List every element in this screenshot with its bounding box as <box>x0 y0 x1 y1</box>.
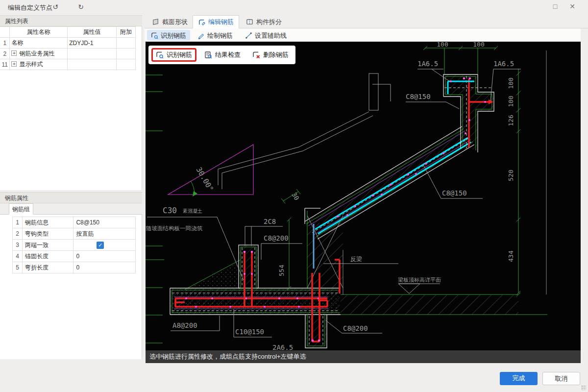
rebar-info-cell[interactable]: C8@150 <box>74 217 136 228</box>
svg-text:520: 520 <box>507 170 514 181</box>
maximize-icon[interactable]: □ <box>549 2 562 10</box>
table-row: 4 锚固长度 0 <box>13 251 136 262</box>
table-row: 2 弯钩类型 按直筋 <box>13 228 136 240</box>
recognize-rebar-icon <box>151 32 158 39</box>
window-title: 编辑自定义节点 <box>8 3 52 12</box>
svg-text:100: 100 <box>507 77 514 89</box>
tab-rebar-group[interactable]: 钢筋组 <box>9 203 33 215</box>
bend-length-cell[interactable]: 0 <box>74 262 136 273</box>
title-bar: 编辑自定义节点 ↺ ↻ □ ✕ <box>0 0 588 15</box>
svg-text:100: 100 <box>507 96 514 107</box>
prop-name-cell[interactable]: 名称 <box>10 38 68 49</box>
property-list-header: 属性列表 <box>0 15 142 26</box>
checkbox-checked[interactable]: ✓ <box>97 242 104 249</box>
label-2a65: 2A6.5 <box>272 343 293 350</box>
table-row: 1 名称 ZDYJD-1 <box>0 38 136 49</box>
result-check-icon <box>204 51 212 59</box>
close-icon[interactable]: ✕ <box>566 2 579 10</box>
delete-rebar-icon <box>252 51 260 59</box>
resize-grip[interactable] <box>581 385 586 390</box>
cad-canvas[interactable]: 识别钢筋 结果检查 删除钢筋 <box>146 42 581 350</box>
col-attr-name: 属性名称 <box>10 27 68 38</box>
label-a8200: A8@200 <box>172 321 197 329</box>
svg-text:554: 554 <box>278 265 285 276</box>
float-result-check-button[interactable]: 结果检查 <box>200 49 245 61</box>
label-elev-note: 梁板顶标高详平面 <box>398 277 441 283</box>
table-row: 1 钢筋信息 C8@150 <box>13 217 136 228</box>
tool-recognize-rebar[interactable]: 识别钢筋 <box>147 30 190 41</box>
ground-hatch <box>341 293 547 315</box>
cancel-button[interactable]: 取消 <box>542 372 580 385</box>
label-c30-note: 素混凝土 <box>183 208 202 214</box>
rebar-table: 1 钢筋信息 C8@150 2 弯钩类型 按直筋 3 两端一致 ✓ 4 锚固长度… <box>12 217 136 273</box>
concrete-wedge <box>185 260 240 290</box>
label-1a65-right: 1A6.5 <box>493 60 514 68</box>
undo-icon[interactable]: ↺ <box>50 3 60 11</box>
table-row: 11 +显示样式 <box>0 59 136 70</box>
expand-icon[interactable]: + <box>11 50 17 56</box>
angle-label: 30.00° <box>195 166 216 193</box>
float-recognize-rebar-button[interactable]: 识别钢筋 <box>151 48 196 62</box>
prop-name-cell[interactable]: +钢筋业务属性 <box>10 49 68 59</box>
svg-text:100: 100 <box>473 42 484 48</box>
svg-text:126: 126 <box>507 115 514 126</box>
rebar-panel-header: 钢筋属性 <box>0 192 142 203</box>
dimension-right: 100 100 126 520 434 <box>507 50 546 295</box>
cad-drawing[interactable]: 30.00° 100 100 100 100 126 520 434 <box>146 42 581 350</box>
svg-text:100: 100 <box>437 42 448 48</box>
label-c8200-right: C8@200 <box>343 324 368 332</box>
aux-line-icon <box>245 32 252 39</box>
component-split-icon <box>246 18 253 25</box>
float-delete-rebar-button[interactable]: 删除钢筋 <box>248 49 293 61</box>
tab-section-shape[interactable]: 截面形状 <box>147 15 193 28</box>
col-attach: 附加 <box>117 27 136 38</box>
label-c8150-mid: C8@150 <box>442 189 467 197</box>
draw-rebar-icon <box>197 32 205 39</box>
parapet-profile-outline <box>218 74 391 189</box>
tab-edit-rebar[interactable]: 编辑钢筋 <box>193 15 239 28</box>
property-table: 属性名称 属性值 附加 1 名称 ZDYJD-1 2 +钢筋业务属性 11 +显… <box>0 26 136 70</box>
status-bar: 选中钢筋进行属性修改，成组点筋支持control+左键单选 <box>146 350 581 363</box>
tool-aux-line[interactable]: 设置辅助线 <box>241 30 291 41</box>
label-c8200-left: C8@200 <box>264 234 289 242</box>
tab-component-split[interactable]: 构件拆分 <box>241 15 287 28</box>
label-slope-note: 随坡面结构板一同浇筑 <box>146 225 203 232</box>
tool-draw-rebar[interactable]: 绘制钢筋 <box>194 30 237 41</box>
label-1a65-left: 1A6.5 <box>417 60 438 68</box>
label-2c8: 2C8 <box>264 218 276 225</box>
dimension-30: 30 <box>281 189 300 203</box>
table-row: 2 +钢筋业务属性 <box>0 49 136 59</box>
label-c10150: C10@150 <box>235 328 264 336</box>
hook-type-cell[interactable]: 按直筋 <box>74 228 136 240</box>
edit-rebar-icon <box>198 19 205 26</box>
expand-icon[interactable]: + <box>11 61 17 67</box>
anchor-length-cell[interactable]: 0 <box>74 251 136 262</box>
label-c30: C30 <box>163 206 177 215</box>
redo-icon[interactable]: ↻ <box>76 3 86 11</box>
section-shape-icon <box>152 18 159 25</box>
prop-name-cell[interactable]: +显示样式 <box>10 59 68 70</box>
recognize-rebar-icon <box>156 51 164 59</box>
col-attr-value: 属性值 <box>68 27 117 38</box>
prop-value-cell[interactable]: ZDYJD-1 <box>68 38 117 49</box>
dimension-554: 554 <box>278 218 291 290</box>
table-row: 5 弯折长度 0 <box>13 262 136 273</box>
finish-button[interactable]: 完成 <box>500 372 538 385</box>
svg-text:30: 30 <box>290 191 300 201</box>
floating-toolbar: 识别钢筋 结果检查 删除钢筋 <box>148 46 295 64</box>
slope-triangle: 30.00° <box>168 145 253 196</box>
label-fanliang: 反梁 <box>350 256 362 263</box>
table-row: 3 两端一致 ✓ <box>13 240 136 251</box>
property-table-header: 属性名称 属性值 附加 <box>0 27 136 38</box>
dimension-left-stubs <box>146 75 164 343</box>
label-c8150-top: C8@150 <box>406 93 431 100</box>
bottom-slab <box>170 288 341 315</box>
svg-text:434: 434 <box>507 250 514 262</box>
